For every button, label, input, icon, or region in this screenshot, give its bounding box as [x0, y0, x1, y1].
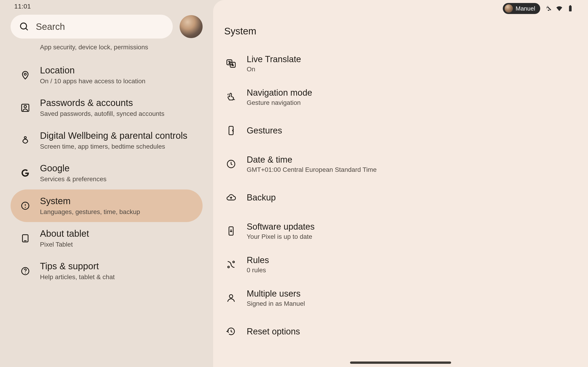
detail-item-software-updates[interactable]: Software updates Your Pixel is up to dat…	[222, 214, 579, 248]
d-sub: On	[247, 66, 301, 73]
search-input[interactable]	[36, 22, 164, 32]
battery-icon	[566, 5, 574, 12]
nav-title: System	[40, 195, 140, 206]
status-time: 11:01	[0, 0, 213, 11]
gestures-icon	[225, 125, 237, 136]
nav-title: About tablet	[40, 228, 89, 239]
d-title: Rules	[247, 255, 269, 265]
status-bar-right: Manuel	[213, 0, 588, 15]
d-title: Software updates	[247, 222, 315, 232]
d-title: Navigation mode	[247, 88, 312, 98]
nav-sub: Saved passwords, autofill, synced accoun…	[40, 110, 164, 118]
security-icon	[20, 42, 31, 53]
svg-point-12	[25, 273, 26, 274]
settings-nav-list: App security, device lock, permissions L…	[0, 42, 213, 367]
nav-item-about[interactable]: About tablet Pixel Tablet	[10, 222, 203, 255]
d-sub: Gesture navigation	[247, 99, 312, 106]
translate-icon	[225, 58, 237, 69]
detail-item-rules[interactable]: Rules 0 rules	[222, 248, 579, 281]
svg-rect-14	[570, 5, 571, 6]
d-title: Date & time	[247, 155, 377, 165]
nav-sub: Help articles, tablet & chat	[40, 273, 115, 281]
svg-rect-13	[569, 6, 571, 11]
search-row	[0, 11, 213, 42]
d-title: Live Translate	[247, 54, 301, 64]
nav-item-passwords[interactable]: Passwords & accounts Saved passwords, au…	[10, 91, 203, 124]
svg-point-8	[25, 207, 26, 208]
location-icon	[20, 69, 31, 81]
nav-item-location[interactable]: Location On / 10 apps have access to loc…	[10, 59, 203, 91]
clock-icon	[225, 158, 237, 169]
detail-item-reset-options[interactable]: Reset options	[222, 315, 579, 348]
detail-item-backup[interactable]: Backup	[222, 181, 579, 214]
passwords-icon	[20, 102, 31, 113]
nav-title: Location	[40, 65, 145, 76]
detail-item-gestures[interactable]: Gestures	[222, 114, 579, 147]
nav-sub: Screen time, app timers, bedtime schedul…	[40, 142, 187, 151]
settings-detail-pane: Manuel System	[213, 0, 588, 367]
nav-item-google[interactable]: Google Services & preferences	[10, 157, 203, 189]
user-chip[interactable]: Manuel	[503, 3, 540, 14]
mute-icon	[544, 5, 552, 12]
nav-item-wellbeing[interactable]: Digital Wellbeing & parental controls Sc…	[10, 124, 203, 157]
detail-item-date-time[interactable]: Date & time GMT+01:00 Central European S…	[222, 147, 579, 181]
nav-item-security[interactable]: App security, device lock, permissions	[10, 42, 203, 59]
d-sub: Signed in as Manuel	[247, 300, 305, 307]
nav-item-tips[interactable]: Tips & support Help articles, tablet & c…	[10, 255, 203, 287]
restore-icon	[225, 326, 237, 337]
svg-point-5	[24, 136, 26, 139]
wellbeing-icon	[20, 135, 31, 146]
d-sub: Your Pixel is up to date	[247, 233, 315, 240]
search-icon	[19, 22, 29, 31]
detail-list: Live Translate On Navigation mode Gestur…	[213, 47, 588, 367]
swipe-icon	[225, 92, 237, 102]
svg-point-4	[24, 105, 27, 108]
d-sub: GMT+01:00 Central European Standard Time	[247, 166, 377, 173]
nav-sub: App security, device lock, permissions	[40, 43, 148, 51]
svg-point-20	[233, 261, 234, 263]
rules-icon	[225, 259, 237, 270]
svg-point-21	[228, 266, 229, 268]
svg-line-1	[26, 28, 28, 30]
d-title: Gestures	[247, 126, 282, 135]
d-title: Reset options	[247, 327, 300, 336]
cloud-upload-icon	[225, 192, 237, 203]
gesture-nav-handle[interactable]	[350, 361, 451, 364]
nav-title: Tips & support	[40, 261, 115, 272]
system-update-icon	[225, 225, 237, 236]
detail-item-multiple-users[interactable]: Multiple users Signed in as Manuel	[222, 281, 579, 315]
person-icon	[225, 292, 237, 303]
profile-avatar[interactable]	[180, 15, 203, 38]
nav-title: Passwords & accounts	[40, 97, 164, 108]
nav-sub: Pixel Tablet	[40, 240, 89, 249]
d-title: Backup	[247, 193, 276, 202]
detail-header: System	[213, 15, 588, 47]
svg-point-0	[20, 23, 26, 29]
settings-left-pane: 11:01 App security, device lock, permiss…	[0, 0, 213, 367]
google-icon	[20, 167, 31, 178]
svg-point-22	[229, 294, 233, 298]
svg-point-2	[24, 73, 26, 75]
detail-item-live-translate[interactable]: Live Translate On	[222, 47, 579, 80]
nav-title: Google	[40, 163, 106, 174]
search-bar[interactable]	[10, 15, 173, 39]
user-chip-name: Manuel	[516, 5, 535, 12]
wifi-icon	[555, 5, 563, 12]
nav-title: Digital Wellbeing & parental controls	[40, 130, 187, 141]
nav-sub: Languages, gestures, time, backup	[40, 208, 140, 216]
nav-sub: On / 10 apps have access to location	[40, 77, 145, 85]
status-icons	[544, 5, 574, 12]
nav-sub: Services & preferences	[40, 175, 106, 183]
system-icon	[20, 200, 31, 211]
d-title: Multiple users	[247, 289, 305, 299]
help-icon	[20, 266, 31, 277]
nav-item-system[interactable]: System Languages, gestures, time, backup	[10, 190, 203, 222]
d-sub: 0 rules	[247, 267, 269, 274]
tablet-icon	[20, 233, 31, 244]
detail-item-navigation-mode[interactable]: Navigation mode Gesture navigation	[222, 80, 579, 114]
user-chip-avatar	[505, 4, 513, 13]
